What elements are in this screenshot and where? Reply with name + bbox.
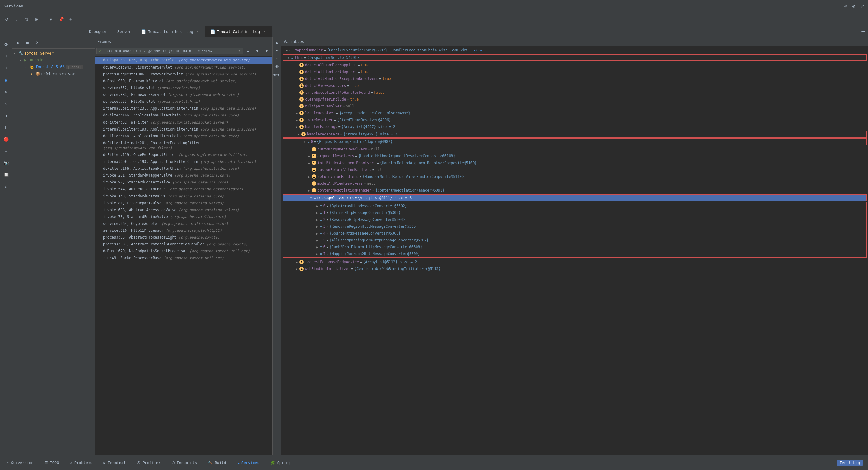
pin-btn[interactable]: 📌 (56, 15, 65, 24)
frame-item-19[interactable]: invoke:143, StandardHostValve (org.apach… (95, 193, 272, 200)
var-toggle-converter-2[interactable]: ▶ (314, 218, 320, 221)
tree-item-tomcat85[interactable]: ▾ 🐱 Tomcat 8.5.66 [local] (12, 64, 95, 70)
var-row-converter-2[interactable]: ▶ ≡ 2 = {ResourceHttpMessageConverter@53… (283, 216, 866, 223)
frames-up-btn[interactable]: ▲ (244, 47, 252, 56)
frame-item-1[interactable]: doService:943, DispatcherServlet (org.sp… (95, 64, 272, 71)
var-row-multipart[interactable]: i multipartResolver = null (281, 103, 868, 109)
frame-item-2[interactable]: processRequest:1006, FrameworkServlet (o… (95, 71, 272, 77)
expand-icon[interactable]: ⤢ (860, 3, 864, 9)
var-toggle-returnValue[interactable]: ▶ (306, 175, 312, 179)
status-build[interactable]: 🔨 Build (206, 460, 228, 466)
sidebar-btn-2[interactable]: ⏹ (23, 39, 32, 48)
frame-item-7[interactable]: internalDoFilter:231, ApplicationFilterC… (95, 105, 272, 112)
edge-icon-2[interactable]: ⬇ (2, 52, 11, 61)
frame-item-21[interactable]: invoke:698, AbstractAccessLogValve (org.… (95, 207, 272, 213)
var-row-contentNeg[interactable]: ▶ i contentNegotiationManager = {Content… (281, 187, 868, 194)
event-log-button[interactable]: Event Log (837, 460, 863, 466)
status-terminal[interactable]: ▶ Terminal (101, 460, 127, 466)
frame-item-23[interactable]: service:364, CoyoteAdapter (org.apache.c… (95, 220, 272, 227)
var-toggle-converter-7[interactable]: ▶ (314, 252, 320, 256)
var-row-requestResponse[interactable]: ▶ i requestResponseBodyAdvice = {ArrayLi… (281, 258, 868, 265)
global-icon[interactable]: ⊕ (844, 3, 847, 9)
edge-icon-12[interactable]: 🔲 (2, 170, 11, 179)
frame-item-20[interactable]: invoke:81, ErrorReportValve (org.apache.… (95, 200, 272, 207)
var-row-cleanup[interactable]: i cleanupAfterInclude = true (281, 96, 868, 103)
frame-item-12[interactable]: doFilterInternal:201, CharacterEncodingF… (95, 139, 272, 151)
status-endpoints[interactable]: ⬡ Endpoints (170, 460, 199, 466)
var-row-converter-0[interactable]: ▶ ≡ 0 = {ByteArrayHttpMessageConverter@5… (283, 202, 866, 209)
step-btn[interactable]: ⇅ (23, 15, 31, 24)
tabs-menu-btn[interactable]: ☰ (859, 26, 868, 37)
var-row-detectExceptions[interactable]: i detectAllHandlerExceptionResolvers = t… (281, 75, 868, 82)
add-btn[interactable]: ＋ (66, 15, 75, 24)
var-row-argumentResolvers[interactable]: ▶ i argumentResolvers = {HandlerMethodAr… (281, 153, 868, 159)
frame-item-0[interactable]: ✓ doDispatch:1026, DispatcherServlet (or… (95, 57, 272, 64)
var-toggle-contentNeg[interactable]: ▶ (306, 189, 312, 192)
var-toggle-handlerAdapters[interactable]: ▾ (296, 133, 301, 136)
vars-side-btn-4[interactable]: 👁 (273, 63, 281, 70)
frame-item-5[interactable]: service:883, FrameworkServlet (org.sprin… (95, 91, 272, 98)
frame-item-11[interactable]: doFilter:166, ApplicationFilterChain (or… (95, 133, 272, 139)
tab-tomcat-catalina[interactable]: 📄 Tomcat Catalina Log × (205, 26, 272, 37)
frame-item-18[interactable]: invoke:544, AuthenticatorBase (org.apach… (95, 186, 272, 192)
var-toggle-handlerMappings[interactable]: ▶ (294, 125, 300, 129)
vars-side-btn-5[interactable]: 👁👁 (273, 71, 281, 79)
frame-item-4[interactable]: service:652, HttpServlet (javax.servlet.… (95, 85, 272, 91)
frame-item-9[interactable]: doFilter:52, WsFilter (org.apache.tomcat… (95, 119, 272, 126)
var-row-throwException[interactable]: i throwExceptionIfNoHandlerFound = false (281, 89, 868, 96)
var-toggle-converter-0[interactable]: ▶ (314, 204, 320, 208)
var-toggle-argumentResolvers[interactable]: ▶ (306, 155, 312, 158)
var-toggle-converter-1[interactable]: ▶ (314, 211, 320, 215)
status-services[interactable]: ☁ Services (235, 460, 261, 466)
tab-tomcat-localhost[interactable]: 📄 Tomcat Localhost Log × (136, 26, 205, 37)
status-spring[interactable]: 🌿 Spring (269, 460, 292, 466)
var-row-converter-7[interactable]: ▶ ≡ 7 = {MappingJackson2HttpMessageConve… (283, 250, 866, 257)
var-toggle-webBinding[interactable]: ▶ (294, 267, 300, 271)
edge-icon-5[interactable]: ⊛ (2, 87, 11, 97)
vars-side-btn-1[interactable]: ▲ (273, 39, 281, 46)
var-row-mappedHandler[interactable]: ▶ oo mappedHandler = {HandlerExecutionCh… (281, 47, 868, 54)
vars-side-btn-3[interactable]: ∞ (273, 55, 281, 62)
frame-item-17[interactable]: invoke:97, StandardContextValve (org.apa… (95, 179, 272, 186)
refresh-btn[interactable]: ↺ (2, 15, 11, 24)
var-toggle-initBinder[interactable]: ▶ (306, 161, 312, 165)
frame-item-26[interactable]: process:831, AbstractProtocol$Connection… (95, 241, 272, 248)
var-toggle-adapter-0[interactable]: ▾ (302, 140, 308, 144)
edge-icon-4[interactable]: ◉ (2, 75, 11, 85)
var-toggle-converter-4[interactable]: ▶ (314, 232, 320, 235)
filter-btn[interactable]: ▾ (46, 15, 55, 24)
var-row-adapter-0[interactable]: ▾ ≡ 0 = {RequestMappingHandlerAdapter@49… (283, 138, 867, 145)
frame-item-14[interactable]: internalDoFilter:193, ApplicationFilterC… (95, 158, 272, 165)
tree-toggle-running[interactable]: ▾ (19, 59, 24, 62)
var-row-converter-6[interactable]: ▶ ≡ 6 = {Jaxb2RootElementHttpMessageConv… (283, 244, 866, 250)
edge-icon-1[interactable]: ⟳ (2, 40, 11, 49)
edge-icon-8[interactable]: ⏸ (2, 123, 11, 132)
sidebar-btn-1[interactable]: ▶ (14, 39, 23, 48)
var-toggle-requestResponse[interactable]: ▶ (294, 260, 300, 264)
var-row-initBinder[interactable]: ▶ i initBinderArgumentResolvers = {Handl… (281, 159, 868, 166)
var-row-detectAdapters[interactable]: i detectAllHandlerAdapters = true (281, 68, 868, 75)
frame-item-28[interactable]: run:49, SocketProcessorBase (org.apache.… (95, 254, 272, 261)
var-row-webBinding[interactable]: ▶ i webBindingInitializer = {Configurabl… (281, 265, 868, 272)
frames-down-btn[interactable]: ▼ (253, 47, 262, 56)
var-toggle-this[interactable]: ▾ (286, 56, 291, 60)
frame-item-10[interactable]: internalDoFilter:193, ApplicationFilterC… (95, 126, 272, 133)
edge-icon-10[interactable]: ✏ (2, 146, 11, 156)
tree-item-ch04[interactable]: ✱ 📦 ch04-return:war (12, 70, 95, 77)
status-profiler[interactable]: ⏱ Profiler (135, 460, 162, 466)
edge-icon-9[interactable]: 🔴 (2, 134, 11, 144)
tab-debugger[interactable]: Debugger (84, 26, 113, 37)
status-subversion[interactable]: ↑ Subversion (5, 460, 35, 466)
var-toggle-converter-5[interactable]: ▶ (314, 239, 320, 242)
tree-item-running[interactable]: ▾ ▶ Running (12, 57, 95, 64)
frame-item-13[interactable]: doFilter:119, OncePerRequestFilter (org.… (95, 151, 272, 158)
step-over-btn[interactable]: ↓ (12, 15, 21, 24)
edge-icon-7[interactable]: ◀ (2, 111, 11, 120)
tree-toggle-ch04[interactable]: ✱ (31, 72, 35, 76)
frame-item-6[interactable]: service:733, HttpServlet (javax.servlet.… (95, 98, 272, 105)
tree-toggle-tomcat[interactable]: ▾ (14, 52, 19, 55)
tab-tomcat-catalina-close[interactable]: × (262, 29, 267, 34)
thread-selector[interactable]: ✓ "http-nio-8082-exec-2"@2,496 in group … (96, 48, 243, 54)
tree-item-tomcat-server[interactable]: ▾ 🔧 Tomcat Server (12, 50, 95, 57)
var-row-returnValue[interactable]: ▶ i returnValueHandlers = {HandlerMethod… (281, 173, 868, 180)
